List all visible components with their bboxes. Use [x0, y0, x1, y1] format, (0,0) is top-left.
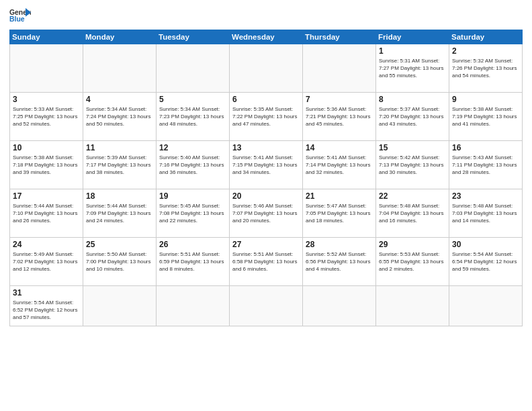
- page: General Blue SundayMondayTuesdayWednesda…: [0, 0, 532, 411]
- day-cell: [449, 286, 523, 326]
- day-number: 14: [306, 143, 373, 152]
- day-info: Sunrise: 5:52 AM Sunset: 6:56 PM Dayligh…: [306, 250, 373, 273]
- day-info: Sunrise: 5:32 AM Sunset: 7:26 PM Dayligh…: [452, 57, 519, 80]
- day-cell: 26Sunrise: 5:51 AM Sunset: 6:59 PM Dayli…: [157, 238, 230, 286]
- day-cell: 27Sunrise: 5:51 AM Sunset: 6:58 PM Dayli…: [230, 238, 303, 286]
- day-number: 16: [452, 143, 519, 152]
- day-number: 28: [306, 240, 373, 249]
- day-cell: [303, 44, 376, 93]
- day-info: Sunrise: 5:41 AM Sunset: 7:15 PM Dayligh…: [232, 154, 300, 177]
- day-cell: 7Sunrise: 5:36 AM Sunset: 7:21 PM Daylig…: [303, 93, 376, 141]
- svg-text:Blue: Blue: [9, 15, 25, 23]
- col-header-monday: Monday: [83, 30, 157, 44]
- day-cell: 23Sunrise: 5:48 AM Sunset: 7:03 PM Dayli…: [449, 189, 523, 238]
- day-number: 22: [379, 191, 446, 201]
- day-cell: 5Sunrise: 5:34 AM Sunset: 7:23 PM Daylig…: [157, 93, 230, 141]
- day-cell: 8Sunrise: 5:37 AM Sunset: 7:20 PM Daylig…: [376, 93, 449, 141]
- day-info: Sunrise: 5:45 AM Sunset: 7:08 PM Dayligh…: [159, 202, 226, 225]
- day-cell: 10Sunrise: 5:38 AM Sunset: 7:18 PM Dayli…: [10, 141, 83, 189]
- day-number: 25: [86, 240, 153, 249]
- col-header-friday: Friday: [376, 30, 449, 44]
- day-cell: [83, 286, 157, 326]
- logo: General Blue: [9, 7, 31, 26]
- day-info: Sunrise: 5:51 AM Sunset: 6:59 PM Dayligh…: [159, 250, 226, 273]
- day-info: Sunrise: 5:44 AM Sunset: 7:10 PM Dayligh…: [13, 202, 80, 225]
- day-number: 10: [13, 143, 80, 152]
- day-number: 17: [13, 191, 80, 201]
- week-row-6: 31Sunrise: 5:54 AM Sunset: 6:52 PM Dayli…: [10, 286, 523, 326]
- day-info: Sunrise: 5:40 AM Sunset: 7:16 PM Dayligh…: [159, 154, 226, 177]
- col-header-tuesday: Tuesday: [157, 30, 230, 44]
- day-cell: 22Sunrise: 5:48 AM Sunset: 7:04 PM Dayli…: [376, 189, 449, 238]
- day-number: 6: [232, 95, 300, 104]
- day-number: 23: [452, 191, 519, 201]
- day-number: 30: [452, 240, 519, 249]
- day-info: Sunrise: 5:43 AM Sunset: 7:11 PM Dayligh…: [452, 154, 519, 177]
- day-cell: 1Sunrise: 5:31 AM Sunset: 7:27 PM Daylig…: [376, 44, 449, 93]
- day-cell: 25Sunrise: 5:50 AM Sunset: 7:00 PM Dayli…: [83, 238, 157, 286]
- day-cell: [10, 44, 83, 93]
- logo-icon: General Blue: [9, 7, 31, 26]
- day-number: 1: [379, 46, 446, 56]
- day-cell: [157, 286, 230, 326]
- day-info: Sunrise: 5:39 AM Sunset: 7:17 PM Dayligh…: [86, 154, 153, 177]
- day-info: Sunrise: 5:54 AM Sunset: 6:54 PM Dayligh…: [452, 250, 519, 273]
- day-info: Sunrise: 5:51 AM Sunset: 6:58 PM Dayligh…: [232, 250, 300, 273]
- day-cell: 2Sunrise: 5:32 AM Sunset: 7:26 PM Daylig…: [449, 44, 523, 93]
- day-cell: 14Sunrise: 5:41 AM Sunset: 7:14 PM Dayli…: [303, 141, 376, 189]
- day-info: Sunrise: 5:31 AM Sunset: 7:27 PM Dayligh…: [379, 57, 446, 80]
- day-cell: 30Sunrise: 5:54 AM Sunset: 6:54 PM Dayli…: [449, 238, 523, 286]
- day-cell: 24Sunrise: 5:49 AM Sunset: 7:02 PM Dayli…: [10, 238, 83, 286]
- day-number: 27: [232, 240, 300, 249]
- day-cell: 13Sunrise: 5:41 AM Sunset: 7:15 PM Dayli…: [230, 141, 303, 189]
- week-row-4: 17Sunrise: 5:44 AM Sunset: 7:10 PM Dayli…: [10, 189, 523, 238]
- day-info: Sunrise: 5:37 AM Sunset: 7:20 PM Dayligh…: [379, 105, 446, 128]
- day-cell: [230, 44, 303, 93]
- col-header-thursday: Thursday: [303, 30, 376, 44]
- day-number: 11: [86, 143, 153, 152]
- day-cell: 28Sunrise: 5:52 AM Sunset: 6:56 PM Dayli…: [303, 238, 376, 286]
- day-number: 18: [86, 191, 153, 201]
- day-number: 7: [306, 95, 373, 104]
- day-cell: 4Sunrise: 5:34 AM Sunset: 7:24 PM Daylig…: [83, 93, 157, 141]
- day-cell: 15Sunrise: 5:42 AM Sunset: 7:13 PM Dayli…: [376, 141, 449, 189]
- day-number: 13: [232, 143, 300, 152]
- day-number: 31: [13, 288, 80, 298]
- day-info: Sunrise: 5:35 AM Sunset: 7:22 PM Dayligh…: [232, 105, 300, 128]
- day-info: Sunrise: 5:48 AM Sunset: 7:04 PM Dayligh…: [379, 202, 446, 225]
- day-info: Sunrise: 5:34 AM Sunset: 7:23 PM Dayligh…: [159, 105, 226, 128]
- day-cell: 20Sunrise: 5:46 AM Sunset: 7:07 PM Dayli…: [230, 189, 303, 238]
- day-cell: [303, 286, 376, 326]
- day-cell: [230, 286, 303, 326]
- week-row-5: 24Sunrise: 5:49 AM Sunset: 7:02 PM Dayli…: [10, 238, 523, 286]
- day-cell: 31Sunrise: 5:54 AM Sunset: 6:52 PM Dayli…: [10, 286, 83, 326]
- day-info: Sunrise: 5:33 AM Sunset: 7:25 PM Dayligh…: [13, 105, 80, 128]
- day-cell: 11Sunrise: 5:39 AM Sunset: 7:17 PM Dayli…: [83, 141, 157, 189]
- day-info: Sunrise: 5:34 AM Sunset: 7:24 PM Dayligh…: [86, 105, 153, 128]
- day-number: 8: [379, 95, 446, 104]
- day-number: 4: [86, 95, 153, 104]
- week-row-2: 3Sunrise: 5:33 AM Sunset: 7:25 PM Daylig…: [10, 93, 523, 141]
- day-cell: 6Sunrise: 5:35 AM Sunset: 7:22 PM Daylig…: [230, 93, 303, 141]
- header-row: SundayMondayTuesdayWednesdayThursdayFrid…: [10, 30, 523, 44]
- day-cell: 21Sunrise: 5:47 AM Sunset: 7:05 PM Dayli…: [303, 189, 376, 238]
- day-info: Sunrise: 5:48 AM Sunset: 7:03 PM Dayligh…: [452, 202, 519, 225]
- day-info: Sunrise: 5:36 AM Sunset: 7:21 PM Dayligh…: [306, 105, 373, 128]
- day-cell: [83, 44, 157, 93]
- day-number: 29: [379, 240, 446, 249]
- week-row-3: 10Sunrise: 5:38 AM Sunset: 7:18 PM Dayli…: [10, 141, 523, 189]
- day-info: Sunrise: 5:50 AM Sunset: 7:00 PM Dayligh…: [86, 250, 153, 273]
- day-cell: 17Sunrise: 5:44 AM Sunset: 7:10 PM Dayli…: [10, 189, 83, 238]
- day-info: Sunrise: 5:38 AM Sunset: 7:18 PM Dayligh…: [13, 154, 80, 177]
- day-number: 19: [159, 191, 226, 201]
- day-number: 12: [159, 143, 226, 152]
- day-info: Sunrise: 5:49 AM Sunset: 7:02 PM Dayligh…: [13, 250, 80, 273]
- day-info: Sunrise: 5:53 AM Sunset: 6:55 PM Dayligh…: [379, 250, 446, 273]
- header: General Blue: [9, 7, 523, 26]
- day-info: Sunrise: 5:42 AM Sunset: 7:13 PM Dayligh…: [379, 154, 446, 177]
- day-number: 20: [232, 191, 300, 201]
- day-info: Sunrise: 5:38 AM Sunset: 7:19 PM Dayligh…: [452, 105, 519, 128]
- day-cell: 18Sunrise: 5:44 AM Sunset: 7:09 PM Dayli…: [83, 189, 157, 238]
- day-cell: 29Sunrise: 5:53 AM Sunset: 6:55 PM Dayli…: [376, 238, 449, 286]
- day-cell: 16Sunrise: 5:43 AM Sunset: 7:11 PM Dayli…: [449, 141, 523, 189]
